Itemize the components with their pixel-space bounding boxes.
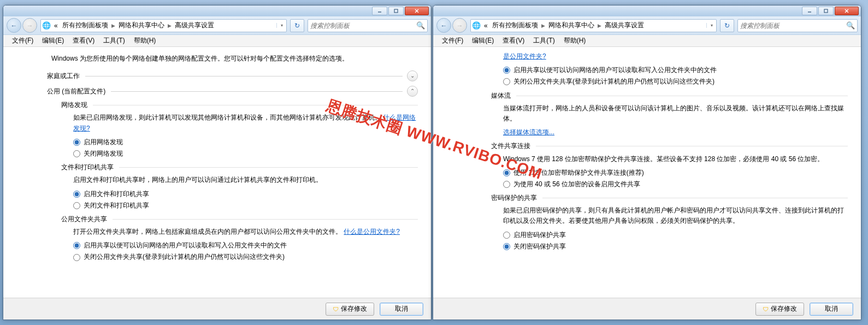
search-icon[interactable]: 🔍 <box>416 21 425 29</box>
section-pw-share: 密码保护的共享 <box>491 193 537 203</box>
menu-help[interactable]: 帮助(H) <box>129 36 161 45</box>
radio-fp-on[interactable]: 启用文件和打印机共享 <box>73 189 418 199</box>
back-button[interactable]: ← <box>7 18 21 33</box>
save-button[interactable]: 🛡保存修改 <box>755 303 804 316</box>
chevron-up-icon[interactable]: ⌃ <box>407 86 418 97</box>
link-what-is-pf[interactable]: 什么是公用文件夹? <box>344 228 400 235</box>
address-bar[interactable]: 🌐 « 所有控制面板项 ▶ 网络和共享中心 ▶ 高级共享设置 ▾ <box>40 19 287 32</box>
close-button[interactable] <box>835 7 859 15</box>
refresh-button[interactable]: ↻ <box>720 19 734 32</box>
radio-nd-on[interactable]: 启用网络发现 <box>73 137 418 147</box>
menu-help[interactable]: 帮助(H) <box>559 36 591 45</box>
link-media-options[interactable]: 选择媒体流选项... <box>503 128 554 136</box>
crumb-advanced-sharing[interactable]: 高级共享设置 <box>603 21 646 30</box>
group-home[interactable]: 家庭或工作 ⌄ <box>47 70 418 81</box>
cancel-button[interactable]: 取消 <box>810 303 853 316</box>
radio-enc4056[interactable]: 为使用 40 或 56 位加密的设备启用文件共享 <box>503 179 848 190</box>
maximize-button[interactable] <box>388 7 404 15</box>
svg-rect-1 <box>394 9 398 13</box>
shield-icon: 🛡 <box>763 306 769 312</box>
group-public-label: 公用 (当前配置文件) <box>47 86 105 97</box>
chevron-right-icon: ▶ <box>540 23 546 28</box>
close-button[interactable] <box>405 7 429 15</box>
crumb-all-cp[interactable]: 所有控制面板项 <box>490 21 540 30</box>
forward-button[interactable]: → <box>452 18 467 33</box>
titlebar <box>3 5 431 16</box>
footer: 🛡保存修改 取消 <box>433 298 861 320</box>
menu-view[interactable]: 查看(V) <box>498 36 529 45</box>
divider <box>93 105 418 105</box>
divider <box>516 96 848 96</box>
menu-file[interactable]: 文件(F) <box>438 36 468 45</box>
crumb-pre[interactable]: « <box>52 22 60 29</box>
forward-button[interactable]: → <box>22 18 37 33</box>
address-dropdown[interactable]: ▾ <box>276 23 286 28</box>
chevron-right-icon: ▶ <box>597 23 603 28</box>
crumb-network-center[interactable]: 网络和共享中心 <box>116 21 167 30</box>
content-pane[interactable]: Windows 为您所使用的每个网络创建单独的网络配置文件。您可以针对每个配置文… <box>3 47 431 298</box>
footer: 🛡保存修改 取消 <box>3 298 431 320</box>
divider <box>536 146 848 146</box>
menu-tools[interactable]: 工具(T) <box>529 36 559 45</box>
divider <box>542 198 848 198</box>
section-public-folder: 公用文件夹共享 <box>61 214 107 224</box>
back-button[interactable]: ← <box>436 18 451 33</box>
radio-pw-on[interactable]: 启用密码保护共享 <box>503 230 848 240</box>
divider <box>119 167 418 168</box>
radio-fp-off[interactable]: 关闭文件和打印机共享 <box>73 200 418 211</box>
crumb-advanced-sharing[interactable]: 高级共享设置 <box>173 21 216 30</box>
intro-text: Windows 为您所使用的每个网络创建单独的网络配置文件。您可以针对每个配置文… <box>51 54 418 64</box>
menu-edit[interactable]: 编辑(E) <box>38 36 68 45</box>
address-bar[interactable]: 🌐 « 所有控制面板项 ▶ 网络和共享中心 ▶ 高级共享设置 ▾ <box>470 19 717 32</box>
search-icon[interactable]: 🔍 <box>846 21 855 29</box>
menu-tools[interactable]: 工具(T) <box>99 36 129 45</box>
crumb-all-cp[interactable]: 所有控制面板项 <box>60 21 110 30</box>
menu-file[interactable]: 文件(F) <box>8 36 38 45</box>
radio-pf-off[interactable]: 关闭公用文件夹共享(登录到此计算机的用户仍然可以访问这些文件夹) <box>503 76 848 87</box>
crumb-pre[interactable]: « <box>482 22 490 29</box>
refresh-button[interactable]: ↻ <box>290 19 304 32</box>
cancel-button[interactable]: 取消 <box>380 303 423 316</box>
maximize-button[interactable] <box>818 7 834 15</box>
menubar: 文件(F) 编辑(E) 查看(V) 工具(T) 帮助(H) <box>3 35 431 47</box>
chevron-right-icon: ▶ <box>167 23 173 28</box>
window-right: ← → 🌐 « 所有控制面板项 ▶ 网络和共享中心 ▶ 高级共享设置 ▾ ↻ 🔍… <box>433 5 861 320</box>
menu-edit[interactable]: 编辑(E) <box>468 36 498 45</box>
group-public[interactable]: 公用 (当前配置文件) ⌃ <box>47 86 418 97</box>
minimize-button[interactable] <box>802 7 817 15</box>
radio-pf-on[interactable]: 启用共享以便可以访问网络的用户可以读取和写入公用文件夹中的文件 <box>503 65 848 75</box>
desc-text: Windows 7 使用 128 位加密帮助保护文件共享连接。某些设备不支持 1… <box>503 154 848 164</box>
divider <box>113 219 418 220</box>
globe-icon: 🌐 <box>471 21 482 29</box>
section-fileshare-conn: 文件共享连接 <box>491 141 530 151</box>
content-pane[interactable]: 是公用文件夹? 启用共享以便可以访问网络的用户可以读取和写入公用文件夹中的文件 … <box>433 47 861 298</box>
crumb-network-center[interactable]: 网络和共享中心 <box>546 21 597 30</box>
search-box[interactable]: 🔍 <box>308 19 428 32</box>
radio-enc128[interactable]: 使用 128 位加密帮助保护文件共享连接(推荐) <box>503 168 848 178</box>
radio-pf-on[interactable]: 启用共享以便可以访问网络的用户可以读取和写入公用文件夹中的文件 <box>73 240 418 251</box>
divider <box>85 76 403 76</box>
shield-icon: 🛡 <box>333 306 339 312</box>
search-box[interactable]: 🔍 <box>737 19 858 32</box>
link-public-folder-cont[interactable]: 是公用文件夹? <box>503 52 546 60</box>
radio-pw-off[interactable]: 关闭密码保护共享 <box>503 241 848 252</box>
navbar: ← → 🌐 « 所有控制面板项 ▶ 网络和共享中心 ▶ 高级共享设置 ▾ ↻ 🔍 <box>3 16 431 35</box>
minimize-button[interactable] <box>372 7 387 15</box>
window-left: ← → 🌐 « 所有控制面板项 ▶ 网络和共享中心 ▶ 高级共享设置 ▾ ↻ 🔍… <box>3 5 432 320</box>
svg-rect-5 <box>824 9 828 13</box>
chevron-right-icon: ▶ <box>110 23 116 28</box>
section-file-printer: 文件和打印机共享 <box>61 162 114 173</box>
search-input[interactable] <box>740 22 846 29</box>
menu-view[interactable]: 查看(V) <box>68 36 99 45</box>
menubar: 文件(F) 编辑(E) 查看(V) 工具(T) 帮助(H) <box>433 35 861 47</box>
desc-text: 如果已启用网络发现，则此计算机可以发现其他网络计算机和设备，而其他网络计算机亦可… <box>73 113 418 133</box>
chevron-down-icon[interactable]: ⌄ <box>407 70 418 81</box>
radio-pf-off[interactable]: 关闭公用文件夹共享(登录到此计算机的用户仍然可以访问这些文件夹) <box>73 252 418 262</box>
group-home-label: 家庭或工作 <box>47 71 80 81</box>
save-button[interactable]: 🛡保存修改 <box>326 303 374 316</box>
address-dropdown[interactable]: ▾ <box>706 23 716 28</box>
search-input[interactable] <box>310 22 416 29</box>
divider <box>111 91 403 92</box>
desc-text: 如果已启用密码保护的共享，则只有具备此计算机的用户帐户和密码的用户才可以访问共享… <box>503 205 848 226</box>
radio-nd-off[interactable]: 关闭网络发现 <box>73 149 418 159</box>
